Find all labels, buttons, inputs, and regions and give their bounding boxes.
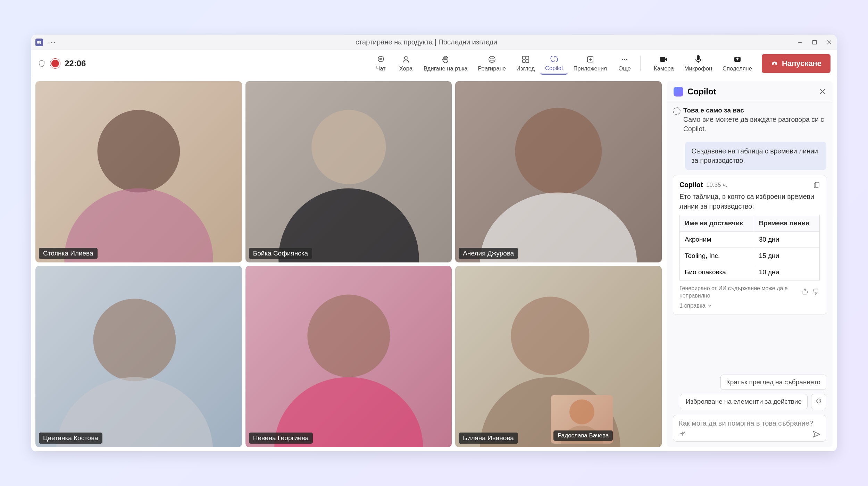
svg-rect-15 bbox=[526, 56, 529, 59]
video-tile[interactable]: Биляна Иванова Радослава Бачева bbox=[455, 266, 662, 447]
svg-rect-16 bbox=[523, 60, 525, 62]
refresh-suggestions-button[interactable] bbox=[811, 394, 826, 409]
more-icon bbox=[620, 55, 629, 64]
video-tile[interactable]: Цветанка Костова bbox=[35, 266, 242, 447]
svg-point-1 bbox=[40, 41, 41, 42]
svg-rect-0 bbox=[37, 41, 40, 43]
self-name: Радослава Бачева bbox=[553, 430, 613, 441]
meeting-timer: 22:06 bbox=[65, 59, 86, 68]
people-button[interactable]: Хора bbox=[394, 53, 418, 74]
svg-point-11 bbox=[489, 56, 495, 62]
titlebar: ··· стартиране на продукта | Последни из… bbox=[31, 35, 837, 50]
sparkle-button[interactable] bbox=[679, 431, 686, 438]
svg-rect-14 bbox=[523, 56, 525, 59]
copilot-input-area bbox=[673, 415, 826, 442]
copilot-title: Copilot bbox=[687, 87, 815, 97]
suggestions-row: Кратък преглед на събранието bbox=[667, 372, 833, 392]
suggestion-chip[interactable]: Изброяване на елементи за действие bbox=[680, 394, 808, 409]
notice-title: Това е само за вас bbox=[683, 107, 825, 114]
toolbar-separator bbox=[640, 56, 641, 71]
svg-point-36 bbox=[307, 295, 390, 377]
copilot-panel: Copilot Това е само за вас Само вие може… bbox=[667, 81, 833, 447]
chat-button[interactable]: Чат bbox=[369, 53, 393, 74]
close-panel-button[interactable] bbox=[819, 89, 826, 95]
app-window: ··· стартиране на продукта | Последни из… bbox=[31, 35, 837, 451]
emoji-icon bbox=[488, 55, 496, 64]
video-grid: Стоянка Илиева Бойка Софиянска Анелия Дж… bbox=[35, 81, 662, 447]
svg-point-32 bbox=[515, 108, 602, 195]
copy-button[interactable] bbox=[813, 182, 820, 188]
svg-rect-25 bbox=[697, 55, 700, 60]
svg-rect-4 bbox=[813, 40, 817, 44]
share-icon bbox=[733, 55, 742, 64]
grid-icon bbox=[521, 55, 530, 64]
response-time: 10:35 ч. bbox=[706, 182, 727, 188]
copilot-messages: Това е само за вас Само вие можете да ви… bbox=[667, 102, 833, 372]
close-window-button[interactable] bbox=[826, 39, 833, 46]
copilot-response: Copilot 10:35 ч. Ето таблица, в която са… bbox=[673, 175, 826, 315]
people-icon bbox=[402, 55, 410, 64]
more-button[interactable]: Още bbox=[612, 53, 637, 74]
svg-point-38 bbox=[511, 297, 590, 375]
copilot-input[interactable] bbox=[679, 419, 820, 427]
svg-point-21 bbox=[622, 59, 623, 60]
chevron-down-icon bbox=[708, 303, 712, 308]
app-menu-button[interactable]: ··· bbox=[48, 38, 56, 47]
participant-name: Биляна Иванова bbox=[459, 433, 518, 444]
send-button[interactable] bbox=[813, 431, 820, 438]
leave-icon bbox=[771, 60, 778, 67]
svg-rect-44 bbox=[815, 182, 819, 187]
svg-point-34 bbox=[93, 299, 176, 381]
mic-icon bbox=[695, 55, 702, 64]
response-author: Copilot bbox=[679, 181, 703, 189]
svg-rect-24 bbox=[660, 57, 665, 62]
minimize-button[interactable] bbox=[796, 39, 803, 46]
response-table: Име на доставчик Времева линия Акроним30… bbox=[679, 215, 820, 280]
self-video-pip[interactable]: Радослава Бачева bbox=[551, 395, 613, 444]
svg-point-13 bbox=[493, 58, 493, 59]
svg-point-40 bbox=[569, 399, 594, 424]
participant-name: Анелия Джурова bbox=[459, 248, 518, 259]
table-header: Времева линия bbox=[754, 215, 819, 231]
video-tile[interactable]: Анелия Джурова bbox=[455, 81, 662, 262]
table-row: Tooling, Inc.15 дни bbox=[680, 248, 820, 264]
mic-button[interactable]: Микрофон bbox=[679, 53, 717, 74]
meeting-toolbar: 22:06 Чат Хора Вдигане на ръка Реагиране… bbox=[31, 50, 837, 77]
video-tile[interactable]: Стоянка Илиева bbox=[35, 81, 242, 262]
video-tile[interactable]: Невена Георгиева bbox=[245, 266, 452, 447]
camera-icon bbox=[659, 55, 668, 64]
user-message: Създаване на таблица с времеви линии за … bbox=[685, 142, 826, 170]
references-toggle[interactable]: 1 справка bbox=[679, 302, 820, 309]
svg-point-22 bbox=[624, 59, 625, 60]
svg-point-28 bbox=[97, 110, 180, 193]
apps-button[interactable]: Приложения bbox=[568, 53, 612, 74]
participant-name: Невена Георгиева bbox=[249, 433, 313, 444]
privacy-shield-icon[interactable] bbox=[37, 59, 46, 68]
table-row: Акроним30 дни bbox=[680, 231, 820, 248]
recording-indicator-icon bbox=[51, 60, 59, 67]
thumbs-up-button[interactable] bbox=[802, 288, 809, 296]
table-header: Име на доставчик bbox=[680, 215, 754, 231]
copilot-header: Copilot bbox=[667, 81, 833, 102]
thumbs-down-button[interactable] bbox=[812, 288, 820, 296]
view-button[interactable]: Изглед bbox=[511, 53, 540, 74]
leave-button[interactable]: Напускане bbox=[762, 54, 831, 73]
window-title: стартиране на продукта | Последни изглед… bbox=[56, 38, 796, 46]
svg-rect-2 bbox=[40, 42, 41, 44]
suggestion-chip[interactable]: Кратък преглед на събранието bbox=[720, 375, 826, 390]
response-intro: Ето таблица, в която са изброени времеви… bbox=[679, 192, 820, 211]
chat-icon bbox=[377, 55, 385, 64]
svg-point-30 bbox=[311, 110, 386, 184]
apps-icon bbox=[586, 55, 594, 64]
camera-button[interactable]: Камера bbox=[649, 53, 679, 74]
raise-hand-button[interactable]: Вдигане на ръка bbox=[419, 53, 473, 74]
react-button[interactable]: Реагиране bbox=[473, 53, 511, 74]
participant-name: Бойка Софиянска bbox=[249, 248, 312, 259]
maximize-button[interactable] bbox=[811, 39, 818, 46]
main-area: Стоянка Илиева Бойка Софиянска Анелия Дж… bbox=[31, 77, 837, 451]
copilot-logo-icon bbox=[674, 87, 683, 97]
video-tile[interactable]: Бойка Софиянска bbox=[245, 81, 452, 262]
copilot-button[interactable]: Copilot bbox=[540, 52, 568, 75]
share-button[interactable]: Споделяне bbox=[718, 53, 757, 74]
participant-name: Стоянка Илиева bbox=[39, 248, 98, 259]
